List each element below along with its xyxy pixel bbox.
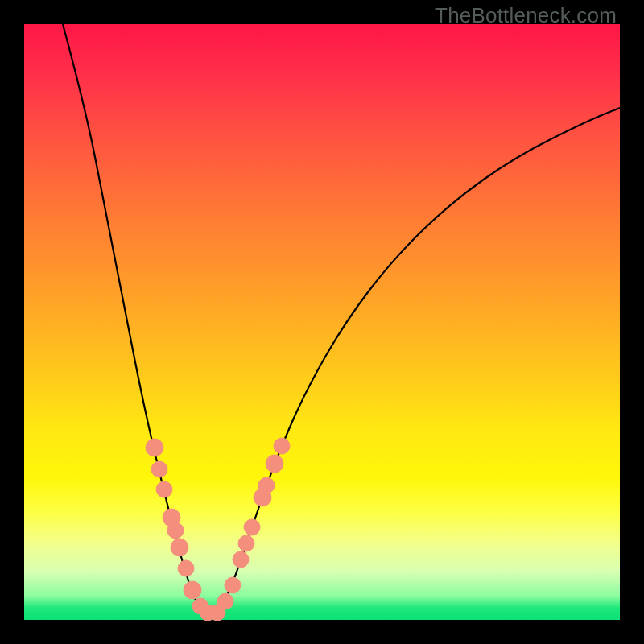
chart-svg	[24, 24, 620, 620]
data-marker	[151, 461, 167, 477]
data-marker	[266, 455, 283, 473]
data-marker	[233, 551, 249, 568]
data-marker	[274, 438, 290, 454]
data-marker	[171, 539, 188, 556]
data-marker	[225, 577, 241, 593]
data-marker	[244, 519, 260, 535]
data-marker	[217, 593, 233, 609]
data-marker	[146, 439, 163, 456]
data-marker	[167, 522, 184, 539]
marker-group	[146, 438, 290, 621]
data-marker	[156, 481, 172, 497]
data-marker	[178, 560, 194, 576]
bottleneck-curve	[63, 24, 620, 613]
data-marker	[258, 477, 275, 493]
data-marker	[238, 535, 254, 551]
data-marker	[184, 581, 201, 599]
